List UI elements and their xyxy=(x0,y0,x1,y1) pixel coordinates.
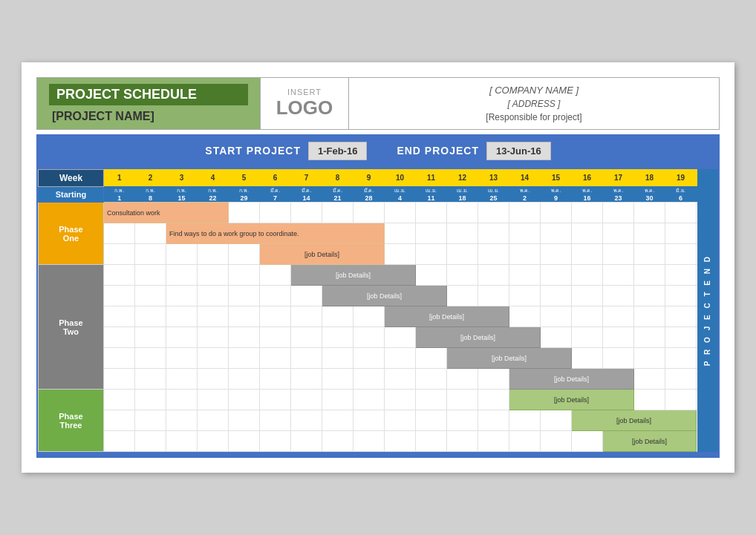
start-w18: พ.ค.30 xyxy=(634,186,665,203)
phase-two-task4: [job Details] xyxy=(416,327,541,348)
start-w8: มี.ค.21 xyxy=(322,186,353,203)
phase-one-r1-c8 xyxy=(322,203,353,223)
week-7: 7 xyxy=(291,169,322,186)
phase-one-r1-c15 xyxy=(541,203,572,223)
phase-one-r1-c18 xyxy=(634,203,665,223)
start-project-label: START PROJECT xyxy=(205,145,301,157)
start-w14: พ.ค.2 xyxy=(509,186,541,203)
phase-one-r2-c1 xyxy=(104,223,135,244)
phase-one-r2-c15 xyxy=(541,223,572,244)
logo-insert-text: INSERT xyxy=(287,88,322,96)
phase-one-r1-c5 xyxy=(229,203,260,223)
phase-one-r2-c2 xyxy=(135,223,166,244)
week-9: 9 xyxy=(353,169,385,186)
phase-one-r1-c7 xyxy=(291,203,322,223)
phase-one-row3: [job Details] xyxy=(39,244,698,265)
phase-two-row4: [job Details] xyxy=(39,327,698,348)
phase-two-row5: [job Details] xyxy=(39,348,698,369)
phase-two-task1: [job Details] xyxy=(291,265,416,286)
bottom-border xyxy=(36,453,720,458)
phase-three-label: PhaseThree xyxy=(39,390,104,452)
week-14: 14 xyxy=(509,169,541,186)
start-w15: พ.ค.9 xyxy=(541,186,572,203)
start-w4: ก.พ.22 xyxy=(198,186,229,203)
phase-one-r1-c11 xyxy=(416,203,447,223)
start-w13: เม.ย.25 xyxy=(478,186,509,203)
project-end-col: P R O J E C T E N D xyxy=(697,169,718,453)
logo-text: LOGO xyxy=(276,96,333,119)
phase-one-r2-c17 xyxy=(603,223,634,244)
start-w6: มี.ค.7 xyxy=(260,186,291,203)
week-3: 3 xyxy=(166,169,198,186)
company-info: [ COMPANY NAME ] [ ADDRESS ] [Responsibl… xyxy=(349,78,719,129)
week-1: 1 xyxy=(104,169,135,186)
week-12: 12 xyxy=(447,169,478,186)
phase-one-row2: Find ways to do a work group to coordina… xyxy=(39,223,698,244)
week-10: 10 xyxy=(385,169,416,186)
phase-one-r1-c16 xyxy=(572,203,603,223)
start-w3: ก.พ.15 xyxy=(166,186,198,203)
phase-three-task3: [job Details] xyxy=(603,431,697,452)
phase-one-task1: Consultation work xyxy=(104,203,229,223)
phase-one-row1: PhaseOne Consultation work xyxy=(39,203,698,223)
phase-two-task5: [job Details] xyxy=(447,348,572,369)
company-responsible: [Responsible for project] xyxy=(486,112,581,122)
project-end-text: P R O J E C T E N D xyxy=(703,255,713,366)
phase-one-r1-c17 xyxy=(603,203,634,223)
week-6: 6 xyxy=(260,169,291,186)
project-name: [PROJECT NAME] xyxy=(49,110,248,123)
phase-three-row3: [job Details] xyxy=(39,431,698,452)
starting-row: Starting ก.พ.1 ก.พ.8 ก.พ.15 ก.พ.22 ก.พ.2… xyxy=(39,186,698,203)
start-w9: มี.ค.28 xyxy=(353,186,385,203)
starting-header: Starting xyxy=(39,186,104,203)
week-11: 11 xyxy=(416,169,447,186)
week-19: 19 xyxy=(665,169,697,186)
company-address: [ ADDRESS ] xyxy=(508,99,561,109)
phase-three-row1: PhaseThree [job Details] xyxy=(39,390,698,410)
phase-three-task1: [job Details] xyxy=(509,390,634,410)
phase-one-task2: Find ways to do a work group to coordina… xyxy=(166,223,385,244)
phase-one-r2-c13 xyxy=(478,223,509,244)
gantt-chart: Week 1 2 3 4 5 6 7 8 9 10 11 12 13 14 15 xyxy=(36,168,720,454)
phase-one-r1-c10 xyxy=(385,203,416,223)
start-w1: ก.พ.1 xyxy=(104,186,135,203)
phase-one-r1-c9 xyxy=(353,203,385,223)
week-row: Week 1 2 3 4 5 6 7 8 9 10 11 12 13 14 15 xyxy=(39,169,698,186)
logo-box: INSERT LOGO xyxy=(260,78,349,129)
start-w12: เม.ย.18 xyxy=(447,186,478,203)
phase-one-task3: [job Details] xyxy=(260,244,385,265)
phase-one-r1-c14 xyxy=(509,203,541,223)
start-w17: พ.ค.23 xyxy=(603,186,634,203)
start-w10: เม.ย.4 xyxy=(385,186,416,203)
gantt-main: Week 1 2 3 4 5 6 7 8 9 10 11 12 13 14 15 xyxy=(38,169,697,453)
header: PROJECT SCHEDULE [PROJECT NAME] INSERT L… xyxy=(36,77,720,130)
week-2: 2 xyxy=(135,169,166,186)
dates-bar: START PROJECT 1-Feb-16 END PROJECT 13-Ju… xyxy=(36,134,720,168)
start-w11: เม.ย.11 xyxy=(416,186,447,203)
week-5: 5 xyxy=(229,169,260,186)
start-w19: มิ.ย.6 xyxy=(665,186,697,203)
phase-three-row2: [job Details] xyxy=(39,410,698,431)
header-left: PROJECT SCHEDULE [PROJECT NAME] xyxy=(37,78,260,129)
company-name: [ COMPANY NAME ] xyxy=(489,85,579,96)
phase-one-r1-c6 xyxy=(260,203,291,223)
week-13: 13 xyxy=(478,169,509,186)
phase-one-r1-c13 xyxy=(478,203,509,223)
phase-two-task6: [job Details] xyxy=(509,369,634,390)
end-date-value: 13-Jun-16 xyxy=(486,142,551,160)
week-16: 16 xyxy=(572,169,603,186)
phase-one-label: PhaseOne xyxy=(39,203,104,265)
start-date-group: START PROJECT 1-Feb-16 xyxy=(205,142,367,160)
phase-three-task2: [job Details] xyxy=(572,410,697,431)
week-8: 8 xyxy=(322,169,353,186)
gantt-table: Week 1 2 3 4 5 6 7 8 9 10 11 12 13 14 15 xyxy=(38,169,697,453)
phase-two-task3: [job Details] xyxy=(385,306,509,327)
phase-two-row6: [job Details] xyxy=(39,369,698,390)
phase-two-row1: PhaseTwo [job Details] xyxy=(39,265,698,286)
start-w7: มี.ค.14 xyxy=(291,186,322,203)
week-4: 4 xyxy=(198,169,229,186)
start-w5: ก.พ.29 xyxy=(229,186,260,203)
end-project-label: END PROJECT xyxy=(397,145,479,157)
start-w16: พ.ค.16 xyxy=(572,186,603,203)
phase-one-r1-c12 xyxy=(447,203,478,223)
